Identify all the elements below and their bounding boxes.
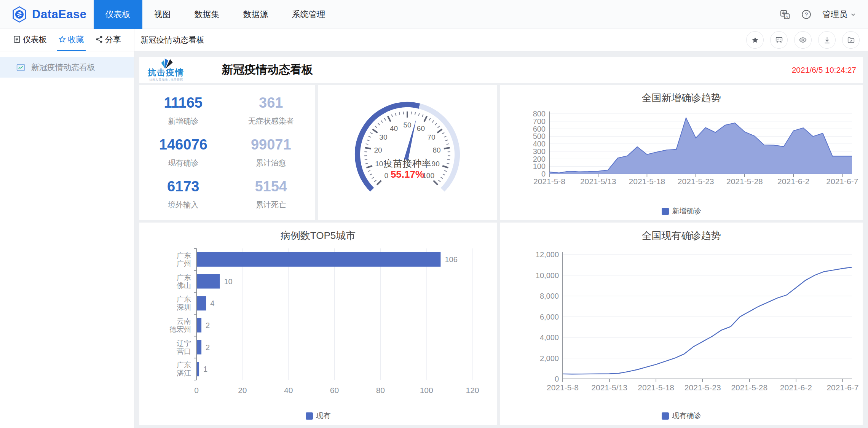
svg-text:20: 20 (374, 146, 382, 154)
folder-check-icon (847, 36, 855, 44)
help-button[interactable]: ? (801, 9, 812, 20)
svg-text:800: 800 (533, 110, 546, 118)
document-icon (13, 35, 21, 43)
svg-text:广东: 广东 (177, 295, 191, 303)
svg-text:辽宁: 辽宁 (177, 339, 191, 347)
svg-text:2021-5-8: 2021-5-8 (533, 177, 565, 186)
svg-text:2021-5-23: 2021-5-23 (678, 177, 714, 186)
vaccination-gauge: 0102030405060708090100疫苗接种率55.17% (318, 85, 497, 220)
top5-cities-bar-chart: 020406080100120106广东广州10广东佛山4广东深圳2云南德宏州2… (139, 244, 497, 407)
legend-new-confirmed[interactable]: 新增确诊 (500, 206, 863, 216)
svg-text:2021-6-7: 2021-6-7 (827, 383, 858, 392)
board-icon (775, 36, 783, 44)
legend-swatch (662, 208, 669, 215)
svg-text:10: 10 (375, 160, 383, 168)
legend-swatch (662, 412, 669, 420)
svg-text:疫苗接种率: 疫苗接种率 (384, 158, 431, 169)
chart-title: 全国新增确诊趋势 (500, 91, 863, 105)
legend-swatch (306, 412, 313, 420)
user-menu[interactable]: 管理员 (822, 9, 857, 20)
svg-text:200: 200 (533, 155, 546, 163)
download-icon (823, 36, 831, 44)
svg-text:4,000: 4,000 (540, 333, 559, 342)
svg-text:500: 500 (533, 132, 546, 140)
svg-text:云南: 云南 (177, 317, 191, 325)
eye-icon (799, 36, 807, 44)
svg-text:80: 80 (432, 146, 440, 154)
svg-text:8,000: 8,000 (540, 292, 559, 300)
svg-text:6,000: 6,000 (540, 313, 559, 321)
svg-text:600: 600 (533, 125, 546, 133)
language-switch-button[interactable]: 中 A (780, 9, 790, 20)
svg-text:2021-6-2: 2021-6-2 (780, 383, 812, 392)
svg-text:50: 50 (403, 121, 411, 129)
svg-text:2021-6-7: 2021-6-7 (826, 177, 858, 186)
svg-text:2021-5-18: 2021-5-18 (638, 383, 674, 392)
tab-share[interactable]: 分享 (94, 29, 123, 51)
svg-text:120: 120 (466, 386, 479, 395)
legend-active[interactable]: 现有 (139, 411, 497, 421)
tab-dashboards[interactable]: 仪表板 (11, 29, 48, 51)
favorite-button[interactable] (746, 31, 764, 49)
svg-text:4: 4 (210, 299, 214, 307)
sidebar-item-dashboard[interactable]: 新冠疫情动态看板 (0, 57, 134, 78)
preview-button[interactable] (794, 31, 812, 49)
nav-tab-system[interactable]: 系统管理 (280, 0, 337, 29)
svg-text:2021-5-8: 2021-5-8 (547, 383, 579, 392)
svg-text:A: A (785, 14, 788, 18)
svg-text:1: 1 (203, 365, 207, 373)
nav-tab-views[interactable]: 视图 (142, 0, 183, 29)
chevron-down-icon (850, 11, 857, 18)
legend-active-confirmed[interactable]: 现有确诊 (500, 411, 863, 421)
svg-text:400: 400 (533, 140, 546, 148)
vaccination-gauge-panel: 0102030405060708090100疫苗接种率55.17% (318, 85, 497, 220)
svg-text:55.17%: 55.17% (391, 169, 424, 180)
svg-text:60: 60 (417, 124, 425, 132)
svg-text:60: 60 (330, 386, 339, 395)
nav-tab-datasources[interactable]: 数据源 (231, 0, 280, 29)
svg-text:2,000: 2,000 (540, 354, 559, 363)
svg-text:2021-5-28: 2021-5-28 (731, 383, 767, 392)
svg-text:2: 2 (206, 321, 210, 329)
sidebar-tabs: 仪表板 收藏 分享 (0, 29, 134, 51)
svg-text:0: 0 (555, 375, 559, 383)
svg-text:300: 300 (533, 147, 546, 156)
svg-text:德宏州: 德宏州 (169, 325, 191, 333)
stat-cumulative-cured: 99071 累计治愈 (227, 137, 315, 178)
svg-text:100: 100 (533, 162, 546, 170)
export-button[interactable] (818, 31, 836, 49)
stat-asymptomatic: 361 无症状感染者 (227, 95, 315, 137)
svg-text:30: 30 (379, 133, 387, 141)
svg-text:40: 40 (284, 386, 293, 395)
top5-cities-panel: 病例数TOP5城市 020406080100120106广东广州10广东佛山4广… (139, 223, 497, 425)
svg-text:佛山: 佛山 (177, 282, 191, 290)
active-confirmed-trend-panel: 全国现有确诊趋势 12,00010,0008,0006,0004,0002,00… (500, 223, 863, 425)
svg-text:2021-6-2: 2021-6-2 (777, 177, 809, 186)
svg-text:0: 0 (385, 172, 389, 180)
nav-tab-dashboard[interactable]: 仪表板 (94, 0, 142, 29)
svg-text:80: 80 (376, 386, 385, 395)
sidebar-item-label: 新冠疫情动态看板 (31, 62, 95, 73)
svg-text:2021-5-23: 2021-5-23 (685, 383, 721, 392)
board-title: 新冠疫情动态看板 (222, 62, 313, 78)
presentation-button[interactable] (770, 31, 788, 49)
board-header: 抗击疫情 抗疫人员加油，抗击新冠 新冠疫情动态看板 2021/6/5 10:24… (139, 57, 863, 83)
svg-text:?: ? (805, 11, 808, 17)
stat-cumulative-deaths: 5154 累计死亡 (227, 178, 315, 220)
brand-logo[interactable]: DataEase (11, 6, 87, 23)
toolbar: 仪表板 收藏 分享 新冠疫情动态看板 (0, 29, 868, 51)
brand-name: DataEase (32, 8, 87, 21)
campaign-logo-subtitle: 抗疫人员加油，抗击新冠 (149, 78, 183, 82)
share-icon (95, 35, 103, 43)
svg-text:广东: 广东 (177, 274, 191, 282)
nav-tab-datasets[interactable]: 数据集 (183, 0, 231, 29)
svg-text:10,000: 10,000 (536, 271, 559, 280)
dashboard-canvas: 抗击疫情 抗疫人员加油，抗击新冠 新冠疫情动态看板 2021/6/5 10:24… (134, 51, 868, 428)
star-outline-icon (58, 35, 66, 43)
svg-text:20: 20 (238, 386, 247, 395)
archive-button[interactable] (842, 31, 860, 49)
tab-favorites[interactable]: 收藏 (57, 29, 86, 51)
new-confirmed-area-chart: 80070060050040030020010002021-5-82021-5/… (500, 106, 863, 208)
dataease-hexagon-icon (11, 6, 28, 23)
svg-text:湛江: 湛江 (177, 369, 191, 377)
